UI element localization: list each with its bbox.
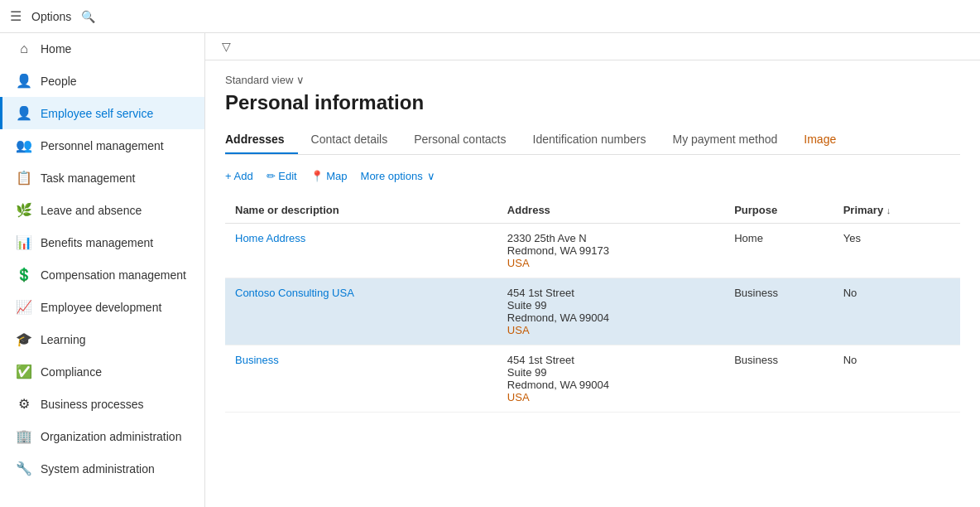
row-purpose-0: Home bbox=[734, 224, 843, 278]
edit-button[interactable]: ✏ Edit bbox=[267, 167, 297, 186]
compensation-management-icon: 💲 bbox=[16, 267, 32, 282]
personnel-management-icon: 👥 bbox=[16, 138, 32, 153]
filter-icon[interactable]: ▽ bbox=[222, 40, 231, 53]
employee-self-service-icon: 👤 bbox=[16, 105, 32, 121]
tab-my-payment-method[interactable]: My payment method bbox=[659, 126, 790, 154]
row-address-1: 454 1st StreetSuite 99Redmond, WA 99004U… bbox=[507, 278, 734, 345]
map-button[interactable]: 📍 Map bbox=[310, 167, 348, 186]
sidebar-item-compliance[interactable]: ✅Compliance bbox=[0, 355, 204, 388]
more-options-button[interactable]: More options ∨ bbox=[361, 167, 435, 186]
row-purpose-1: Business bbox=[734, 278, 843, 345]
sidebar-item-organization-administration[interactable]: 🏢Organization administration bbox=[0, 420, 204, 452]
row-primary-0: Yes bbox=[843, 224, 960, 278]
sidebar: ⌂Home👤People👤Employee self service👥Perso… bbox=[0, 33, 205, 507]
page-content: Standard view ∨ Personal information Add… bbox=[205, 60, 980, 507]
chevron-down-icon: ∨ bbox=[296, 74, 305, 86]
sidebar-item-task-management[interactable]: 📋Task management bbox=[0, 162, 204, 194]
row-name-link-0[interactable]: Home Address bbox=[235, 232, 305, 244]
sidebar-label-task-management: Task management bbox=[41, 171, 135, 185]
sidebar-label-benefits-management: Benefits management bbox=[41, 236, 153, 249]
sidebar-label-personnel-management: Personnel management bbox=[41, 139, 164, 152]
sidebar-item-compensation-management[interactable]: 💲Compensation management bbox=[0, 258, 204, 291]
row-primary-1: No bbox=[843, 278, 960, 345]
row-name-link-2[interactable]: Business bbox=[235, 354, 279, 366]
tab-personal-contacts[interactable]: Personal contacts bbox=[401, 126, 519, 154]
sidebar-label-learning: Learning bbox=[41, 333, 86, 346]
address-line-1-2: Redmond, WA 99004 bbox=[507, 311, 724, 324]
address-line-0-0: 2330 25th Ave N bbox=[507, 232, 724, 244]
row-name-link-1[interactable]: Contoso Consulting USA bbox=[235, 287, 354, 299]
tab-identification-numbers[interactable]: Identification numbers bbox=[520, 126, 660, 154]
sidebar-label-leave-and-absence: Leave and absence bbox=[41, 204, 142, 217]
row-name-2: Business bbox=[225, 345, 507, 413]
address-line-0-1: Redmond, WA 99173 bbox=[507, 244, 724, 257]
sidebar-item-leave-and-absence[interactable]: 🌿Leave and absence bbox=[0, 194, 204, 226]
sidebar-label-employee-development: Employee development bbox=[41, 301, 161, 314]
row-purpose-2: Business bbox=[734, 345, 843, 413]
organization-administration-icon: 🏢 bbox=[16, 428, 32, 444]
options-label: Options bbox=[31, 10, 71, 23]
address-line-1-1: Suite 99 bbox=[507, 299, 724, 311]
people-icon: 👤 bbox=[16, 73, 32, 89]
sidebar-label-organization-administration: Organization administration bbox=[41, 430, 181, 443]
compliance-icon: ✅ bbox=[16, 364, 32, 379]
row-name-1: Contoso Consulting USA bbox=[225, 278, 507, 345]
column-header-name: Name or description bbox=[225, 197, 507, 224]
sort-icon-primary: ↓ bbox=[886, 205, 891, 215]
addresses-table: Name or descriptionAddressPurposePrimary… bbox=[225, 197, 960, 413]
search-icon[interactable]: 🔍 bbox=[81, 10, 95, 23]
row-address-2: 454 1st StreetSuite 99Redmond, WA 99004U… bbox=[507, 345, 734, 413]
address-line-2-0: 454 1st Street bbox=[507, 354, 724, 366]
column-header-primary[interactable]: Primary ↓ bbox=[843, 197, 960, 224]
sidebar-item-employee-self-service[interactable]: 👤Employee self service bbox=[0, 97, 204, 129]
tabs-container: AddressesContact detailsPersonal contact… bbox=[225, 126, 960, 155]
menu-icon[interactable]: ☰ bbox=[10, 8, 22, 24]
tab-contact-details[interactable]: Contact details bbox=[298, 126, 401, 154]
sidebar-label-compliance: Compliance bbox=[41, 365, 102, 379]
standard-view-label: Standard view bbox=[225, 74, 293, 86]
sidebar-item-employee-development[interactable]: 📈Employee development bbox=[0, 291, 204, 323]
sidebar-label-home: Home bbox=[41, 42, 71, 56]
sidebar-item-system-administration[interactable]: 🔧System administration bbox=[0, 452, 204, 485]
learning-icon: 🎓 bbox=[16, 331, 32, 347]
sidebar-label-business-processes: Business processes bbox=[41, 398, 144, 411]
task-management-icon: 📋 bbox=[16, 170, 32, 186]
row-primary-2: No bbox=[843, 345, 960, 413]
business-processes-icon: ⚙ bbox=[16, 396, 32, 412]
sidebar-item-benefits-management[interactable]: 📊Benefits management bbox=[0, 226, 204, 258]
more-options-label: More options bbox=[361, 170, 423, 182]
benefits-management-icon: 📊 bbox=[16, 234, 32, 250]
sidebar-item-business-processes[interactable]: ⚙Business processes bbox=[0, 388, 204, 420]
address-line-2-1: Suite 99 bbox=[507, 366, 724, 379]
main-layout: ⌂Home👤People👤Employee self service👥Perso… bbox=[0, 33, 980, 507]
sidebar-label-system-administration: System administration bbox=[41, 462, 155, 476]
tab-addresses[interactable]: Addresses bbox=[225, 126, 298, 154]
address-line-1-3: USA bbox=[507, 324, 724, 336]
sidebar-label-employee-self-service: Employee self service bbox=[41, 107, 153, 120]
employee-development-icon: 📈 bbox=[16, 299, 32, 315]
tab-image[interactable]: Image bbox=[790, 126, 849, 154]
system-administration-icon: 🔧 bbox=[16, 461, 32, 476]
sidebar-label-compensation-management: Compensation management bbox=[41, 268, 186, 282]
content-header: ▽ bbox=[205, 33, 980, 60]
sidebar-item-learning[interactable]: 🎓Learning bbox=[0, 323, 204, 355]
column-header-purpose: Purpose bbox=[734, 197, 843, 224]
page-title: Personal information bbox=[225, 91, 960, 114]
address-line-2-2: Redmond, WA 99004 bbox=[507, 379, 724, 391]
top-bar: ☰ Options 🔍 bbox=[0, 0, 980, 33]
address-line-2-3: USA bbox=[507, 391, 724, 403]
table-row: Home Address2330 25th Ave NRedmond, WA 9… bbox=[225, 224, 960, 278]
leave-and-absence-icon: 🌿 bbox=[16, 202, 32, 218]
table-row: Contoso Consulting USA454 1st StreetSuit… bbox=[225, 278, 960, 345]
table-row: Business454 1st StreetSuite 99Redmond, W… bbox=[225, 345, 960, 413]
row-name-0: Home Address bbox=[225, 224, 507, 278]
sidebar-label-people: People bbox=[41, 75, 77, 88]
content-area: ▽ Standard view ∨ Personal information A… bbox=[205, 33, 980, 507]
standard-view-dropdown[interactable]: Standard view ∨ bbox=[225, 74, 960, 86]
add-button[interactable]: + Add bbox=[225, 167, 253, 186]
row-address-0: 2330 25th Ave NRedmond, WA 99173USA bbox=[507, 224, 734, 278]
address-line-0-2: USA bbox=[507, 257, 724, 269]
sidebar-item-personnel-management[interactable]: 👥Personnel management bbox=[0, 129, 204, 162]
sidebar-item-people[interactable]: 👤People bbox=[0, 65, 204, 97]
sidebar-item-home[interactable]: ⌂Home bbox=[0, 33, 204, 65]
